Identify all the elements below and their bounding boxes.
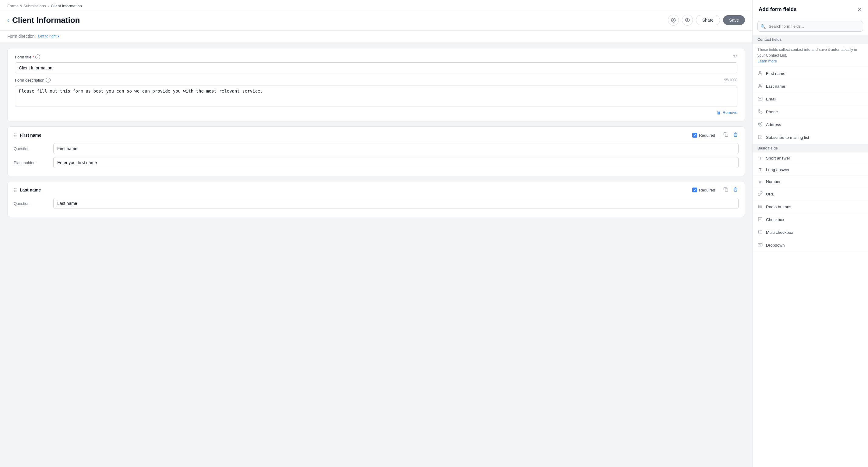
header-actions: Share Save xyxy=(668,14,745,26)
required-checkbox-last[interactable] xyxy=(692,188,697,192)
person-icon xyxy=(757,71,763,76)
duplicate-button-last[interactable] xyxy=(723,186,729,194)
form-title-input[interactable] xyxy=(15,62,737,73)
dropdown-icon xyxy=(757,242,763,248)
chevron-down-icon: ▾ xyxy=(58,34,59,38)
location-icon xyxy=(757,122,763,128)
sidebar-item-radio[interactable]: Radio buttons xyxy=(752,201,868,213)
sidebar-item-long-answer[interactable]: T Long answer xyxy=(752,164,868,176)
search-box: 🔍 xyxy=(757,21,863,32)
content-area: Form title * i 72 Form description i 95/… xyxy=(0,42,752,223)
required-checkbox[interactable] xyxy=(692,133,697,138)
question-row-last: Question xyxy=(14,198,739,209)
last-name-field-card: Last name Required xyxy=(7,181,745,217)
drag-handle[interactable] xyxy=(14,133,17,137)
form-meta-card: Form title * i 72 Form description i 95/… xyxy=(7,48,745,122)
learn-more-link[interactable]: Learn more xyxy=(757,59,777,63)
desc-field-label-row: Form description i 95/1000 xyxy=(15,78,737,82)
first-name-card-header: First name Required xyxy=(14,132,739,139)
direction-selector[interactable]: Left to right ▾ xyxy=(38,34,59,38)
form-description-section: Form description i 95/1000 Please fill o… xyxy=(15,78,737,115)
delete-button-last[interactable] xyxy=(733,186,739,194)
sidebar-header: Add form fields ✕ xyxy=(752,0,868,18)
breadcrumb: Forms & Submissions › Client Information xyxy=(7,4,82,8)
search-input[interactable] xyxy=(757,21,863,32)
svg-rect-2 xyxy=(725,134,728,137)
gear-icon xyxy=(671,18,676,23)
svg-point-1 xyxy=(687,20,688,21)
sidebar-item-subscribe[interactable]: Subscribe to mailing list xyxy=(752,131,868,144)
question-input-last[interactable] xyxy=(53,198,739,209)
first-name-title: First name xyxy=(20,133,41,138)
form-title-label: Form title * i xyxy=(15,55,40,59)
form-direction-label: Form direction: xyxy=(7,34,36,39)
sidebar-item-phone[interactable]: Phone xyxy=(752,106,868,119)
share-button[interactable]: Share xyxy=(696,15,720,25)
sidebar-item-last-name[interactable]: Last name xyxy=(752,80,868,93)
question-row: Question xyxy=(14,143,739,154)
text-long-icon: T xyxy=(757,167,763,172)
breadcrumb-parent[interactable]: Forms & Submissions xyxy=(7,4,46,8)
breadcrumb-current: Client Information xyxy=(51,4,82,8)
contact-fields-section-header: Contact fields xyxy=(752,35,868,44)
last-name-card-header: Last name Required xyxy=(14,186,739,194)
number-icon: # xyxy=(757,179,763,184)
form-direction-bar: Form direction: Left to right ▾ xyxy=(0,31,752,42)
delete-button[interactable] xyxy=(733,132,739,139)
back-button[interactable]: ‹ xyxy=(7,17,9,24)
svg-point-12 xyxy=(758,207,759,208)
desc-char-count: 95/1000 xyxy=(724,78,737,82)
direction-value: Left to right xyxy=(38,34,56,38)
eye-icon xyxy=(685,18,690,23)
preview-button[interactable] xyxy=(682,14,693,26)
person-icon-last xyxy=(757,84,763,89)
duplicate-button[interactable] xyxy=(723,132,729,139)
breadcrumb-bar: Forms & Submissions › Client Information xyxy=(0,0,752,12)
sidebar-item-address[interactable]: Address xyxy=(752,119,868,131)
radio-icon xyxy=(757,204,763,210)
sidebar-item-checkbox[interactable]: Checkbox xyxy=(752,213,868,226)
title-row: ‹ Client Information Share Save xyxy=(0,12,752,31)
sidebar-item-url[interactable]: URL xyxy=(752,188,868,201)
sidebar-item-first-name[interactable]: First name xyxy=(752,67,868,80)
divider-last xyxy=(719,187,719,193)
svg-point-0 xyxy=(673,20,674,21)
first-name-title-row: First name xyxy=(14,133,41,138)
checkbox-field-icon xyxy=(757,217,763,223)
title-field-label-row: Form title * i 72 xyxy=(15,55,737,59)
text-icon: T xyxy=(757,156,763,160)
sidebar-item-short-answer[interactable]: T Short answer xyxy=(752,153,868,164)
last-name-title: Last name xyxy=(20,188,41,192)
info-icon[interactable]: i xyxy=(35,55,40,59)
question-input[interactable] xyxy=(53,143,739,154)
title-char-count: 72 xyxy=(733,55,737,59)
save-button[interactable]: Save xyxy=(723,15,745,25)
svg-rect-3 xyxy=(725,189,728,192)
sidebar-item-email[interactable]: Email xyxy=(752,93,868,106)
info-icon-desc[interactable]: i xyxy=(46,78,51,82)
sidebar-item-number[interactable]: # Number xyxy=(752,176,868,188)
contact-fields-description: These fields collect contact info and sa… xyxy=(752,44,868,67)
trash-icon: 🗑 xyxy=(717,110,721,115)
close-sidebar-button[interactable]: ✕ xyxy=(857,6,862,13)
breadcrumb-separator: › xyxy=(48,4,49,8)
envelope-icon xyxy=(757,96,763,102)
checkbox-icon xyxy=(757,135,763,140)
placeholder-input[interactable] xyxy=(53,157,739,168)
settings-button[interactable] xyxy=(668,14,679,26)
first-name-header-actions: Required xyxy=(692,132,739,139)
sidebar-item-dropdown[interactable]: Dropdown xyxy=(752,239,868,252)
last-name-title-row: Last name xyxy=(14,188,41,192)
placeholder-label: Placeholder xyxy=(14,160,50,165)
page-title: Client Information xyxy=(12,15,80,25)
drag-handle-last[interactable] xyxy=(14,188,17,192)
question-label: Question xyxy=(14,146,50,151)
copy-icon xyxy=(723,132,728,137)
svg-point-6 xyxy=(760,123,761,125)
remove-description-button[interactable]: 🗑 Remove xyxy=(15,110,737,115)
svg-point-4 xyxy=(759,71,761,73)
sidebar-item-multi-checkbox[interactable]: Multi checkbox xyxy=(752,226,868,239)
form-description-input[interactable]: Please fill out this form as best you ca… xyxy=(15,86,737,107)
first-name-field-card: First name Required xyxy=(7,126,745,176)
sidebar-panel: Add form fields ✕ 🔍 Contact fields These… xyxy=(752,0,868,467)
